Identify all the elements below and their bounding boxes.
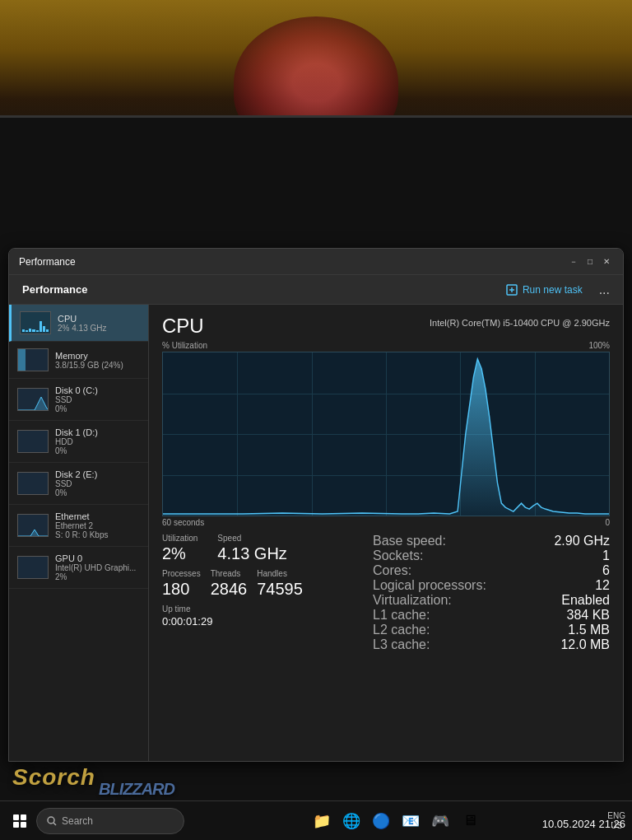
sidebar-item-cpu-name: CPU [58,314,140,324]
chart-area [162,352,610,516]
more-button[interactable]: ... [599,283,610,296]
chart-label-top: % Utilization 100% [162,341,610,350]
sidebar-item-disk1-sub3: 0% [55,446,140,455]
chart-container: % Utilization 100% [162,341,610,527]
sockets-key: Sockets: [373,548,423,563]
max-label: 100% [588,341,610,350]
processes-label: Processes [162,569,201,578]
threads-label: Threads [211,569,248,578]
run-icon [506,284,518,296]
taskbar-file-explorer[interactable]: 📁 [309,808,335,834]
sidebar-item-gpu[interactable]: GPU 0 Intel(R) UHD Graphi... 2% [9,547,148,589]
window-controls: － □ ✕ [567,257,613,267]
logical-key: Logical processors: [373,578,486,593]
utilization-label: % Utilization [162,341,207,350]
minimize-button[interactable]: － [567,257,580,267]
l2-val: 1.5 MB [568,623,610,637]
info-row-sockets: Sockets: 1 [373,548,610,563]
sidebar-item-disk2-name: Disk 2 (E:) [55,469,140,479]
sidebar-item-cpu[interactable]: CPU 2% 4.13 GHz [9,305,148,342]
svg-point-4 [48,817,54,824]
svg-marker-3 [163,359,609,516]
sidebar-item-disk0[interactable]: Disk 0 (C:) SSD 0% [9,379,148,421]
title-bar: Performance － □ ✕ [9,249,623,275]
main-content: CPU 2% 4.13 GHz Memory 3.8/15.9 GB (24%) [9,305,623,761]
info-row-cores: Cores: 6 [373,563,610,578]
panel-title: CPU [162,315,204,338]
info-row-l3: L3 cache: 12.0 MB [373,637,610,652]
threads-block: Threads 2846 [211,569,248,598]
l3-key: L3 cache: [373,637,430,652]
sidebar-item-gpu-name: GPU 0 [55,553,140,563]
panel-header: CPU Intel(R) Core(TM) i5-10400 CPU @ 2.9… [162,315,610,338]
cores-key: Cores: [373,563,411,578]
task-manager-window: Performance － □ ✕ Performance Run new ta… [8,248,624,762]
processes-value: 180 [162,580,201,598]
info-row-virtualization: Virtualization: Enabled [373,593,610,608]
threads-value: 2846 [211,580,248,598]
cpu-mini-graph [21,312,50,334]
memory-bar [18,349,26,371]
base-speed-val: 2.90 GHz [554,534,610,548]
uptime-label: Up time [162,604,360,614]
stats-right: Base speed: 2.90 GHz Sockets: 1 Cores: 6 [373,534,610,652]
start-square-1 [13,814,19,820]
disk0-info: Disk 0 (C:) SSD 0% [55,385,140,413]
disk2-info: Disk 2 (E:) SSD 0% [55,469,140,497]
sidebar-item-ethernet-name: Ethernet [55,511,140,521]
utilization-stat-value: 2% [162,544,198,562]
sidebar-item-ethernet-sub: Ethernet 2 [55,521,140,530]
cpu-chart-svg [163,352,609,516]
sidebar-item-gpu-sub: Intel(R) UHD Graphi... [55,563,140,572]
mini-bar [43,326,45,332]
blizzard-logo: BLIZZARD [99,780,174,799]
gpu-info: GPU 0 Intel(R) UHD Graphi... 2% [55,553,140,581]
sidebar-item-disk1[interactable]: Disk 1 (D:) HDD 0% [9,421,148,463]
taskbar: Search 📁 🌐 🔵 📧 🎮 🖥 ENGUS [0,800,632,840]
handles-block: Handles 74595 [257,569,303,598]
run-task-label: Run new task [523,284,583,296]
panel-subtitle: Intel(R) Core(TM) i5-10400 CPU @ 2.90GHz [430,318,610,328]
taskbar-chrome[interactable]: 🔵 [368,808,394,834]
toolbar-title: Performance [22,283,87,296]
sidebar-item-ethernet[interactable]: Ethernet Ethernet 2 S: 0 R: 0 Kbps [9,505,148,547]
sockets-val: 1 [602,548,610,563]
taskbar-edge[interactable]: 🌐 [338,808,365,834]
title-bar-left: Performance [19,256,76,268]
sidebar-item-memory[interactable]: Memory 3.8/15.9 GB (24%) [9,342,148,379]
mini-bar [36,330,39,332]
svg-line-5 [53,823,56,825]
gpu-thumb [17,556,49,579]
start-square-3 [13,822,19,828]
speed-stat-value: 4.13 GHz [217,544,286,562]
maximize-button[interactable]: □ [583,257,597,267]
sidebar-item-disk2[interactable]: Disk 2 (E:) SSD 0% [9,463,148,505]
taskbar-app2[interactable]: 🖥 [457,808,483,834]
run-new-task-button[interactable]: Run new task [500,281,589,299]
info-row-base-speed: Base speed: 2.90 GHz [373,534,610,548]
zero-label: 0 [605,518,610,527]
cores-val: 6 [602,563,610,578]
mini-bar [32,329,35,332]
sidebar-item-disk1-name: Disk 1 (D:) [55,427,140,437]
ethernet-info: Ethernet Ethernet 2 S: 0 R: 0 Kbps [55,511,140,539]
close-button[interactable]: ✕ [600,257,613,267]
mini-bar [29,329,31,332]
cpu-info: CPU 2% 4.13 GHz [58,314,140,333]
l3-val: 12.0 MB [560,637,610,652]
logical-val: 12 [595,578,610,593]
utilization-stat-label: Utilization [162,534,198,543]
disk2-thumb [17,472,49,495]
taskbar-search[interactable]: Search [36,808,184,834]
ethernet-graph [18,515,49,537]
taskbar-mail[interactable]: 📧 [397,808,424,834]
cpu-thumb [20,311,51,334]
start-button[interactable] [7,808,33,834]
virtualization-val: Enabled [561,593,610,608]
taskbar-app1[interactable]: 🎮 [427,808,453,834]
l2-key: L2 cache: [373,623,430,637]
datetime-display: 10.05.2024 21:26 [542,818,625,830]
sidebar-item-cpu-sub: 2% 4.13 GHz [58,324,140,333]
cpu-detail-panel: CPU Intel(R) Core(TM) i5-10400 CPU @ 2.9… [149,305,623,761]
base-speed-key: Base speed: [373,534,446,548]
